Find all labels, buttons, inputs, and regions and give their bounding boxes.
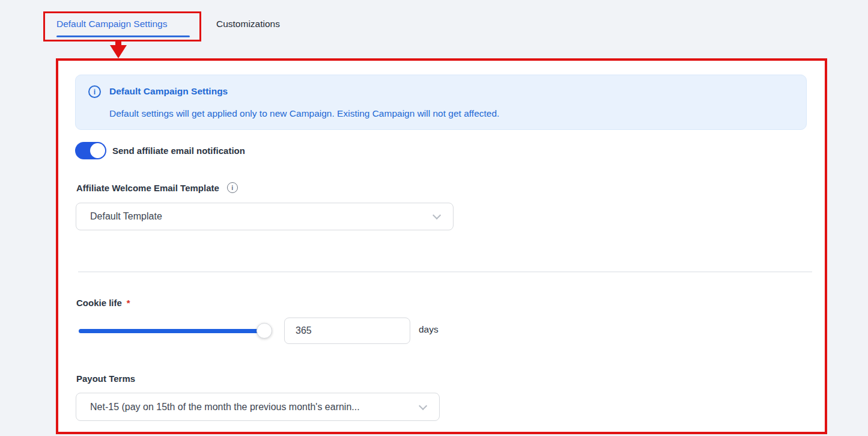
banner-description: Default settings will get applied only t… bbox=[109, 108, 499, 119]
info-banner: i Default Campaign Settings Default sett… bbox=[75, 75, 807, 130]
welcome-template-value: Default Template bbox=[76, 211, 432, 222]
chevron-down-icon bbox=[419, 401, 427, 410]
tab-bar: Default Campaign Settings Customizations bbox=[0, 0, 868, 48]
info-icon: i bbox=[88, 85, 101, 98]
email-notification-row: Send affiliate email notification bbox=[75, 142, 245, 159]
cookie-life-label-row: Cookie life * bbox=[76, 298, 130, 308]
welcome-template-select[interactable]: Default Template bbox=[76, 203, 454, 230]
section-divider bbox=[78, 271, 812, 272]
payout-terms-label: Payout Terms bbox=[76, 373, 135, 384]
welcome-template-label: Affiliate Welcome Email Template bbox=[76, 183, 219, 193]
slider-fill bbox=[79, 329, 263, 333]
cookie-life-label: Cookie life bbox=[76, 298, 122, 308]
chevron-down-icon bbox=[432, 211, 441, 220]
tab-customizations[interactable]: Customizations bbox=[216, 19, 280, 29]
slider-handle[interactable] bbox=[256, 323, 272, 339]
settings-panel: i Default Campaign Settings Default sett… bbox=[56, 58, 827, 434]
cookie-life-slider[interactable] bbox=[79, 329, 263, 333]
annotation-arrow-icon bbox=[110, 45, 127, 58]
toggle-knob bbox=[90, 143, 105, 158]
email-notification-label: Send affiliate email notification bbox=[112, 146, 245, 156]
welcome-template-label-row: Affiliate Welcome Email Template i bbox=[76, 182, 238, 193]
required-asterisk: * bbox=[127, 298, 130, 308]
payout-terms-select[interactable]: Net-15 (pay on 15th of the month the pre… bbox=[76, 393, 440, 421]
active-tab-underline bbox=[56, 35, 190, 37]
email-notification-toggle[interactable] bbox=[75, 142, 106, 159]
banner-title: Default Campaign Settings bbox=[109, 86, 228, 97]
cookie-life-input[interactable] bbox=[284, 318, 410, 344]
cookie-life-unit: days bbox=[419, 324, 439, 335]
payout-terms-value: Net-15 (pay on 15th of the month the pre… bbox=[76, 402, 419, 413]
info-icon[interactable]: i bbox=[227, 182, 238, 193]
tab-default-campaign-settings[interactable]: Default Campaign Settings bbox=[56, 19, 167, 29]
